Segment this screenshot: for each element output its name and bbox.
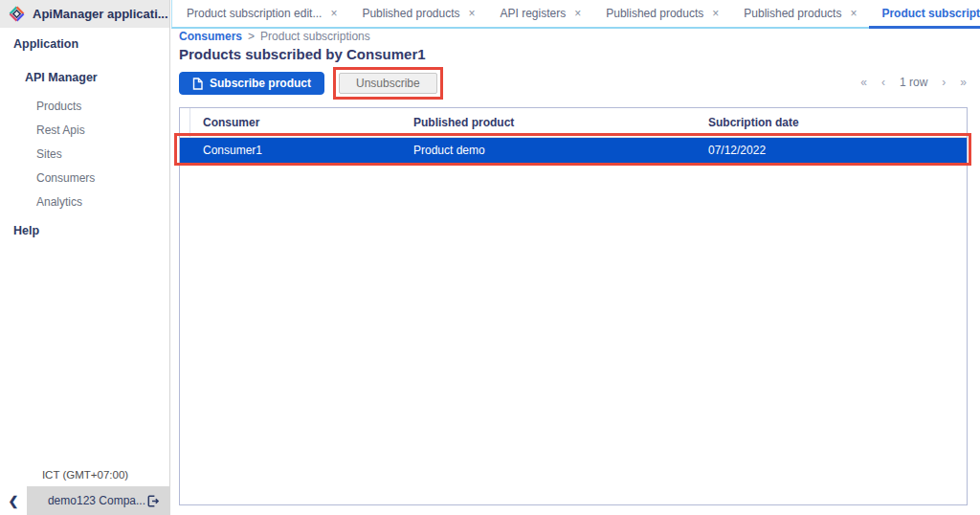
sidebar-item-api-manager[interactable]: API Manager bbox=[25, 71, 98, 84]
tab-label: Product subscription edit... bbox=[187, 7, 322, 20]
tab-published-products-1[interactable]: Published products × bbox=[349, 0, 487, 27]
cell-subcription-date: 07/12/2022 bbox=[696, 144, 967, 157]
tab-published-products-3[interactable]: Published products × bbox=[731, 0, 869, 27]
close-icon[interactable]: × bbox=[469, 7, 476, 20]
breadcrumb: Consumers > Product subscriptions bbox=[179, 30, 370, 43]
sidebar-item-rest-apis[interactable]: Rest Apis bbox=[36, 123, 85, 137]
tab-product-subscription-edit[interactable]: Product subscription edit... × bbox=[174, 0, 349, 27]
last-page-icon[interactable]: » bbox=[960, 76, 967, 89]
sidebar-item-products[interactable]: Products bbox=[36, 100, 81, 113]
sidebar-collapse-button[interactable]: ❮ bbox=[0, 486, 27, 515]
breadcrumb-separator: > bbox=[248, 30, 255, 43]
logout-icon[interactable] bbox=[145, 493, 161, 508]
cell-consumer: Consumer1 bbox=[190, 144, 401, 157]
column-header-consumer: Consumer bbox=[190, 116, 401, 129]
table-row[interactable]: Consumer1 Product demo 07/12/2022 bbox=[180, 138, 967, 163]
close-icon[interactable]: × bbox=[574, 7, 581, 20]
selector-column-header bbox=[180, 108, 190, 137]
subscribe-product-button[interactable]: Subscribe product bbox=[179, 72, 324, 95]
app-logo-icon bbox=[9, 6, 25, 22]
cell-published-product: Product demo bbox=[401, 144, 696, 157]
tab-api-registers[interactable]: API registers × bbox=[488, 0, 594, 27]
tab-product-subscriptions[interactable]: Product subscriptions × bbox=[869, 0, 980, 27]
document-icon bbox=[192, 78, 203, 90]
chevron-left-icon: ❮ bbox=[9, 494, 19, 508]
sidebar-item-application[interactable]: Application bbox=[13, 37, 78, 51]
tab-label: API registers bbox=[501, 7, 567, 20]
breadcrumb-current: Product subscriptions bbox=[260, 30, 370, 43]
tab-published-products-2[interactable]: Published products × bbox=[593, 0, 731, 27]
close-icon[interactable]: × bbox=[712, 7, 719, 20]
sidebar-header: ApiManager applicati... bbox=[0, 0, 169, 28]
toolbar: Subscribe product Unsubscribe bbox=[179, 67, 443, 100]
timezone-label: ICT (GMT+07:00) bbox=[0, 469, 170, 481]
breadcrumb-link-consumers[interactable]: Consumers bbox=[179, 30, 242, 43]
close-icon[interactable]: × bbox=[330, 7, 337, 20]
column-header-published-product: Published product bbox=[401, 116, 696, 129]
sidebar-item-analytics[interactable]: Analytics bbox=[36, 195, 82, 209]
pagination: « ‹ 1 row › » bbox=[860, 76, 967, 89]
annotation-unsubscribe-highlight: Unsubscribe bbox=[333, 67, 443, 100]
tab-label: Product subscriptions bbox=[881, 7, 980, 20]
first-page-icon[interactable]: « bbox=[860, 76, 867, 89]
account-label: demo123 Compa... bbox=[48, 494, 145, 507]
sidebar-item-consumers[interactable]: Consumers bbox=[36, 171, 95, 185]
row-selector-cell bbox=[180, 138, 190, 163]
close-icon[interactable]: × bbox=[850, 7, 857, 20]
sidebar: ApiManager applicati... Application API … bbox=[0, 0, 170, 515]
sidebar-item-sites[interactable]: Sites bbox=[36, 147, 62, 161]
subscriptions-table: Consumer Published product Subcription d… bbox=[179, 107, 968, 505]
tab-label: Published products bbox=[744, 7, 841, 20]
app-title: ApiManager applicati... bbox=[33, 7, 168, 21]
tab-bar: Product subscription edit... × Published… bbox=[171, 0, 980, 29]
app-window: ApiManager applicati... Application API … bbox=[0, 0, 980, 515]
prev-page-icon[interactable]: ‹ bbox=[881, 76, 885, 89]
page-title: Products subscribed by Consumer1 bbox=[179, 46, 426, 62]
tab-label: Published products bbox=[606, 7, 703, 20]
row-count-label: 1 row bbox=[900, 76, 927, 89]
next-page-icon[interactable]: › bbox=[942, 76, 946, 89]
unsubscribe-button[interactable]: Unsubscribe bbox=[339, 73, 437, 94]
account-bar[interactable]: demo123 Compa... bbox=[27, 486, 170, 515]
column-header-subcription-date: Subcription date bbox=[696, 116, 967, 129]
main-area: Product subscription edit... × Published… bbox=[171, 0, 980, 515]
table-header-row: Consumer Published product Subcription d… bbox=[180, 108, 967, 138]
sidebar-item-help[interactable]: Help bbox=[13, 224, 39, 237]
subscribe-product-label: Subscribe product bbox=[210, 77, 311, 90]
sidebar-footer: ❮ demo123 Compa... bbox=[0, 486, 170, 515]
tab-label: Published products bbox=[362, 7, 459, 20]
